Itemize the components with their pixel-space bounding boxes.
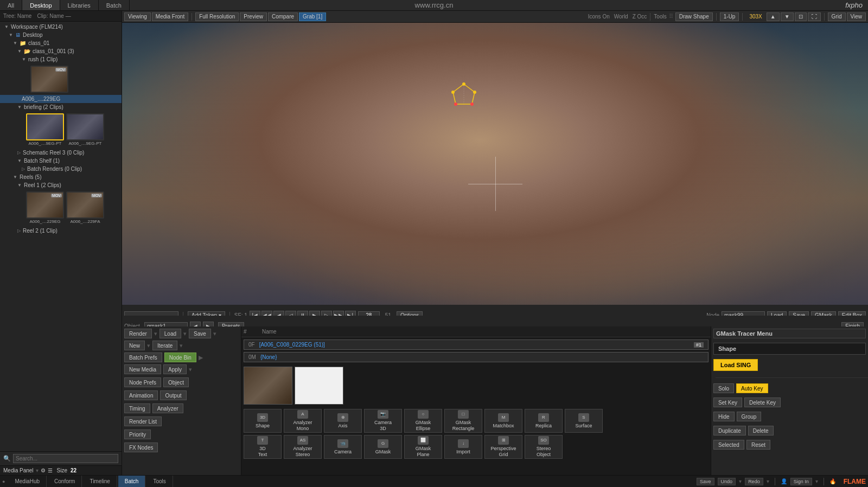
timeline-tab[interactable]: Timeline <box>83 476 117 487</box>
thumbnail-reel1a[interactable]: MOV <box>26 191 64 219</box>
delete-shape-btn[interactable]: Delete <box>748 426 774 435</box>
thumbnail-1[interactable]: MOV <box>30 66 68 93</box>
delete-key-btn[interactable]: Delete Key <box>744 398 781 407</box>
fullscreen-btn[interactable]: ⛶ <box>808 12 821 21</box>
btn-import[interactable]: ↓ Import <box>444 435 482 459</box>
tools-tab[interactable]: Tools <box>146 476 173 487</box>
sign-in-btn[interactable]: Sign In <box>790 478 812 485</box>
save-batch-btn[interactable]: Save <box>189 329 211 338</box>
gear-icon[interactable]: ⚙ <box>41 467 46 473</box>
apply-btn[interactable]: Apply <box>163 364 187 374</box>
viewing-btn[interactable]: Viewing <box>124 12 151 21</box>
thumbnail-2a[interactable] <box>26 113 64 140</box>
search-input[interactable] <box>13 454 118 463</box>
tree-workspace[interactable]: ▼ Workspace (FLM214) <box>0 23 122 31</box>
render-btn[interactable]: Render <box>124 329 152 338</box>
tree-class01-001[interactable]: ▼ 📂 class_01_001 (3) <box>0 47 122 55</box>
btn-3d-text[interactable]: T 3DText <box>244 435 282 459</box>
btn-analyzer-mono[interactable]: A AnalyzerMono <box>284 409 322 433</box>
grid-btn[interactable]: Grid <box>828 12 846 21</box>
zoom-down-btn[interactable]: ▼ <box>781 12 794 21</box>
timing-btn[interactable]: Timing <box>124 403 150 413</box>
tree-class01[interactable]: ▼ 📁 class_01 <box>0 39 122 47</box>
clip-entry-1[interactable]: 0F [A006_C008_0229EG (51)] #1 <box>244 339 709 350</box>
batch-prefs-btn[interactable]: Batch Prefs <box>124 353 162 362</box>
hide-btn[interactable]: Hide <box>713 412 735 421</box>
thumbnail-reel1b[interactable]: MOV <box>66 191 104 219</box>
auto-key-btn[interactable]: Auto Key <box>736 383 768 393</box>
btn-matchbox[interactable]: M Matchbox <box>484 409 522 433</box>
save-bottom-btn[interactable]: Save <box>697 478 714 485</box>
node-bin-btn[interactable]: Node Bin <box>164 353 196 362</box>
batch-tab[interactable]: Batch <box>118 476 146 487</box>
draw-shape-btn[interactable]: Draw Shape <box>675 12 713 21</box>
full-resolution-btn[interactable]: Full Resolution <box>195 12 239 21</box>
conform-tab[interactable]: Conform <box>48 476 82 487</box>
clip1-label: A006_....229EG <box>22 96 60 102</box>
btn-analyzer-stereo[interactable]: AS AnalyzerStereo <box>284 435 322 459</box>
btn-gmask-ellipse[interactable]: ○ GMaskEllipse <box>404 409 442 433</box>
media-front-btn[interactable]: Media Front <box>152 12 188 21</box>
selected-btn[interactable]: Selected <box>713 440 744 450</box>
output-btn[interactable]: Output <box>160 390 186 400</box>
btn-gmask[interactable]: G GMask <box>364 435 402 459</box>
clip-entry-2[interactable]: 0M {None} <box>244 352 709 362</box>
duplicate-btn[interactable]: Duplicate <box>713 426 746 435</box>
new-btn[interactable]: New <box>124 341 145 350</box>
render-list-btn[interactable]: Render List <box>124 416 162 426</box>
set-key-btn[interactable]: Set Key <box>713 398 742 407</box>
tab-desktop[interactable]: Desktop <box>22 0 60 10</box>
group-btn[interactable]: Group <box>737 412 762 421</box>
menu-icon[interactable]: ☰ <box>48 467 53 473</box>
btn-gmask-rect[interactable]: □ GMaskRectangle <box>444 409 482 433</box>
node-prefs-btn[interactable]: Node Prefs <box>124 377 161 387</box>
tree-reels[interactable]: ▼ Reels (5) <box>0 173 122 181</box>
tree-batch-shelf[interactable]: ▼ Batch Shelf (1) <box>0 157 122 165</box>
thumbnail-2b[interactable] <box>66 113 104 140</box>
tree-clip1[interactable]: A006_....229EG <box>0 95 122 103</box>
tree-reel1[interactable]: ▼ Reel 1 (2 Clips) <box>0 181 122 189</box>
grab-btn[interactable]: Grab [1] <box>299 12 326 21</box>
btn-replica[interactable]: R Replica <box>525 409 563 433</box>
fx-nodes-btn[interactable]: FX Nodes <box>124 443 158 452</box>
fit-btn[interactable]: ⊡ <box>795 12 807 21</box>
undo-btn[interactable]: Undo <box>718 478 736 485</box>
redo-btn[interactable]: Redo <box>745 478 763 485</box>
one-up-btn[interactable]: 1-Up <box>720 12 739 21</box>
load-sing-btn[interactable]: Load SING <box>713 359 758 371</box>
tree-batch-renders[interactable]: ▷ Batch Renders (0 Clip) <box>0 165 122 173</box>
solo-btn[interactable]: Solo <box>713 383 734 393</box>
tree-briefing[interactable]: ▼ briefing (2 Clips) <box>0 103 122 111</box>
load-batch-btn[interactable]: Load <box>159 329 181 338</box>
tab-libraries[interactable]: Libraries <box>60 0 99 10</box>
node-thumbnail-1[interactable] <box>244 367 292 405</box>
mediahub-tab[interactable]: MediaHub <box>8 476 47 487</box>
new-media-btn[interactable]: New Media <box>124 364 161 374</box>
object-btn[interactable]: Object <box>163 377 189 387</box>
compare-btn[interactable]: Compare <box>268 12 298 21</box>
analyzer-btn[interactable]: Analyzer <box>152 403 183 413</box>
priority-btn[interactable]: Priority <box>124 430 151 439</box>
zoom-up-btn[interactable]: ▲ <box>767 12 780 21</box>
btn-perspective-grid[interactable]: ⊞ PerspectiveGrid <box>484 435 522 459</box>
btn-surface[interactable]: S Surface <box>565 409 603 433</box>
size-label: Size <box>57 467 67 473</box>
tree-reel2[interactable]: ▷ Reel 2 (1 Clip) <box>0 227 122 235</box>
btn-axis[interactable]: ⊕ Axis <box>324 409 362 433</box>
preview-btn[interactable]: Preview <box>240 12 267 21</box>
reset-shape-btn[interactable]: Reset <box>746 440 770 450</box>
node-thumbnail-2[interactable] <box>295 367 343 405</box>
btn-stereo-object[interactable]: SO StereoObject <box>525 435 563 459</box>
btn-camera-3d[interactable]: 📷 Camera3D <box>364 409 402 433</box>
tree-rush[interactable]: ▼ rush (1 Clip) <box>0 55 122 63</box>
tree-desktop[interactable]: ▼ 🖥 Desktop <box>0 31 122 39</box>
btn-3d-shape[interactable]: 3D Shape <box>244 409 282 433</box>
btn-camera[interactable]: 📹 Camera <box>324 435 362 459</box>
btn-gmask-plane[interactable]: ⬜ GMaskPlane <box>404 435 442 459</box>
tree-schematic[interactable]: ▷ Schematic Reel 3 (0 Clip) <box>0 149 122 157</box>
view-btn[interactable]: View <box>847 12 866 21</box>
tab-batch[interactable]: Batch <box>99 0 130 10</box>
iterate-btn[interactable]: Iterate <box>152 341 177 350</box>
tab-all[interactable]: All <box>0 0 22 10</box>
animation-btn[interactable]: Animation <box>124 390 158 400</box>
